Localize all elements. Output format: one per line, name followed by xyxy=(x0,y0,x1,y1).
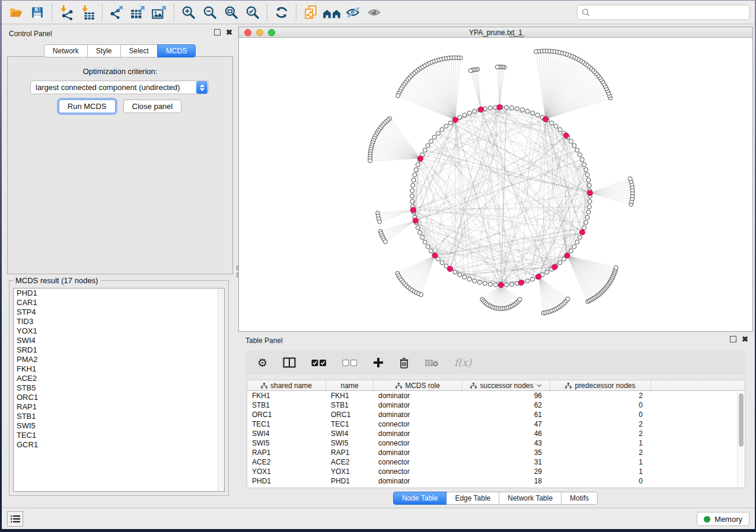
network-node[interactable] xyxy=(462,113,467,117)
network-canvas[interactable] xyxy=(239,38,752,331)
open-file-button[interactable] xyxy=(5,2,27,23)
table-row[interactable]: SWI4SWI4dominator462 xyxy=(247,429,745,438)
network-node[interactable] xyxy=(458,273,462,277)
network-node[interactable] xyxy=(416,226,420,230)
save-button[interactable] xyxy=(27,2,48,23)
tab-network-table[interactable]: Network Table xyxy=(499,492,562,505)
dominator-node[interactable] xyxy=(432,253,438,258)
export-table-button[interactable] xyxy=(127,2,149,23)
network-node[interactable] xyxy=(525,279,529,283)
network-node[interactable] xyxy=(518,297,522,302)
network-node[interactable] xyxy=(495,65,499,69)
dominator-node[interactable] xyxy=(587,190,592,196)
mcds-result-item[interactable]: ACE2 xyxy=(14,374,224,383)
network-node[interactable] xyxy=(420,235,425,239)
network-node[interactable] xyxy=(488,282,492,286)
column-header-shared-name[interactable]: shared name xyxy=(247,380,326,390)
table-row[interactable]: YOX1YOX1connector291 xyxy=(247,467,745,476)
mcds-result-item[interactable]: SWI5 xyxy=(14,421,224,431)
unchecked-boxes-icon[interactable] xyxy=(342,359,358,367)
zoom-selected-button[interactable] xyxy=(242,2,263,23)
dominator-node[interactable] xyxy=(497,104,502,110)
network-node[interactable] xyxy=(429,139,433,143)
zoom-in-button[interactable] xyxy=(178,2,199,23)
network-node[interactable] xyxy=(582,226,586,230)
network-node[interactable] xyxy=(510,282,514,286)
function-builder-icon[interactable]: f(x) xyxy=(454,357,471,368)
table-row[interactable]: TEC1TEC1connector472 xyxy=(247,419,745,429)
column-header-MCDS-role[interactable]: MCDS role xyxy=(374,380,462,390)
network-node[interactable] xyxy=(558,261,562,265)
dominator-node[interactable] xyxy=(410,207,416,213)
network-node[interactable] xyxy=(582,162,586,166)
network-node[interactable] xyxy=(525,109,529,113)
mcds-list-scrollbar[interactable] xyxy=(218,289,224,491)
network-node[interactable] xyxy=(566,297,570,301)
dominator-node[interactable] xyxy=(518,280,524,286)
mcds-result-item[interactable]: RAP1 xyxy=(14,402,224,412)
table-row[interactable]: ACE2ACE2connector311 xyxy=(247,457,745,467)
mcds-result-item[interactable]: SWI4 xyxy=(14,336,224,345)
network-node[interactable] xyxy=(416,162,420,166)
network-node[interactable] xyxy=(467,111,471,115)
network-node[interactable] xyxy=(535,113,540,117)
network-node[interactable] xyxy=(483,281,487,286)
network-node[interactable] xyxy=(436,131,440,135)
tab-mcds[interactable]: MCDS xyxy=(157,44,196,57)
network-node[interactable] xyxy=(426,245,430,249)
tab-node-table[interactable]: Node Table xyxy=(393,492,447,505)
network-node[interactable] xyxy=(572,245,576,249)
mcds-result-item[interactable]: PHD1 xyxy=(14,289,224,298)
tab-network[interactable]: Network xyxy=(44,44,88,57)
network-node[interactable] xyxy=(520,108,524,112)
duplicate-network-button[interactable] xyxy=(300,2,321,23)
gear-icon[interactable]: ⚙ xyxy=(257,357,267,368)
network-node[interactable] xyxy=(531,277,535,281)
hide-selected-button[interactable] xyxy=(343,2,364,23)
dominator-node[interactable] xyxy=(579,229,585,235)
network-node[interactable] xyxy=(550,121,554,125)
network-node[interactable] xyxy=(614,266,618,270)
network-node[interactable] xyxy=(515,107,519,111)
network-node[interactable] xyxy=(410,200,414,204)
network-node[interactable] xyxy=(586,178,591,182)
homes-button[interactable] xyxy=(321,2,343,23)
network-node[interactable] xyxy=(423,240,427,244)
run-mcds-button[interactable]: Run MCDS xyxy=(59,100,116,113)
network-node[interactable] xyxy=(505,283,509,287)
network-node[interactable] xyxy=(578,153,582,157)
memory-button[interactable]: Memory xyxy=(697,512,749,526)
mcds-result-item[interactable]: FKH1 xyxy=(14,364,224,374)
dominator-node[interactable] xyxy=(563,133,569,138)
column-header-successor-nodes[interactable]: successor nodes xyxy=(462,380,550,390)
network-graph[interactable] xyxy=(239,38,752,331)
network-node[interactable] xyxy=(467,277,471,281)
network-node[interactable] xyxy=(429,249,433,253)
network-node[interactable] xyxy=(458,116,462,120)
network-node[interactable] xyxy=(468,69,473,73)
network-node[interactable] xyxy=(440,261,444,265)
zoom-out-button[interactable] xyxy=(199,2,221,23)
network-node[interactable] xyxy=(578,235,582,239)
network-node[interactable] xyxy=(575,240,579,244)
network-node[interactable] xyxy=(440,127,444,132)
mcds-result-item[interactable]: ORC1 xyxy=(14,393,224,402)
network-node[interactable] xyxy=(628,177,632,181)
refresh-button[interactable] xyxy=(271,2,292,23)
network-node[interactable] xyxy=(410,194,414,198)
network-node[interactable] xyxy=(585,173,589,177)
network-node[interactable] xyxy=(478,280,482,284)
network-node[interactable] xyxy=(418,230,422,235)
network-window-titlebar[interactable]: YPA_prune.txt_1 xyxy=(239,27,752,38)
dominator-node[interactable] xyxy=(536,274,541,279)
network-node[interactable] xyxy=(531,111,535,115)
network-node[interactable] xyxy=(453,270,457,274)
network-node[interactable] xyxy=(426,143,430,148)
mcds-result-item[interactable]: TID3 xyxy=(14,317,224,326)
network-node[interactable] xyxy=(473,109,477,113)
network-node[interactable] xyxy=(462,275,467,279)
dominator-node[interactable] xyxy=(447,266,452,271)
network-node[interactable] xyxy=(545,270,549,274)
table-row[interactable]: RAP1RAP1dominator352 xyxy=(247,448,745,457)
network-node[interactable] xyxy=(587,183,591,187)
